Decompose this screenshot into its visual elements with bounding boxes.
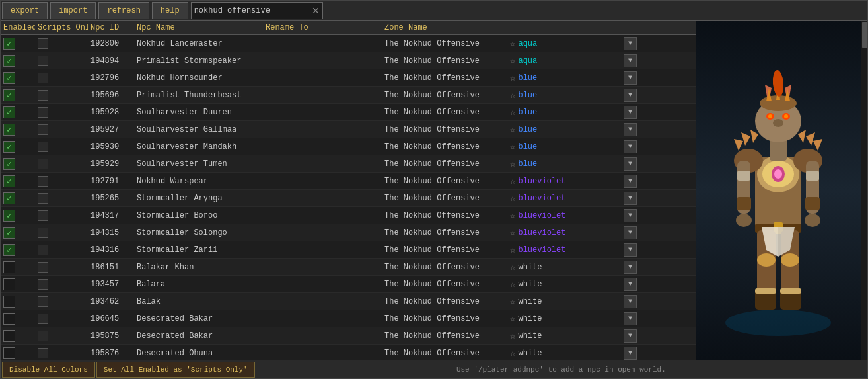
color-label: blue [518, 142, 621, 151]
enabled-checkbox[interactable] [3, 175, 15, 187]
scroll-thumb[interactable] [862, 22, 867, 48]
scripts-checkbox[interactable] [38, 176, 48, 187]
star-icon[interactable]: ☆ [510, 227, 515, 238]
color-dropdown[interactable]: ▼ [624, 329, 637, 343]
enabled-checkbox[interactable] [3, 72, 15, 84]
color-dropdown[interactable]: ▼ [624, 226, 637, 239]
scripts-checkbox[interactable] [38, 262, 48, 273]
scripts-checkbox[interactable] [38, 38, 48, 49]
search-input[interactable] [192, 5, 309, 17]
star-icon[interactable]: ☆ [510, 72, 515, 83]
star-icon[interactable]: ☆ [510, 261, 515, 273]
table-row: 195930 Soulharvester Mandakh The Nokhud … [1, 138, 696, 155]
enabled-checkbox[interactable] [3, 38, 15, 50]
enabled-checkbox[interactable] [3, 158, 15, 170]
cell-enabled [1, 313, 35, 325]
help-button[interactable]: help [152, 2, 188, 19]
cell-color: ☆ blue ▼ [507, 89, 639, 102]
scripts-checkbox[interactable] [38, 159, 48, 169]
color-dropdown[interactable]: ▼ [624, 209, 637, 222]
scripts-checkbox[interactable] [38, 124, 48, 135]
scripts-checkbox[interactable] [38, 107, 48, 118]
enabled-checkbox[interactable] [3, 261, 15, 273]
enabled-checkbox[interactable] [3, 124, 15, 136]
scripts-checkbox[interactable] [38, 90, 48, 101]
enabled-checkbox[interactable] [3, 296, 15, 308]
export-button[interactable]: export [2, 2, 48, 19]
refresh-button[interactable]: refresh [98, 2, 149, 19]
enabled-checkbox[interactable] [3, 244, 15, 256]
star-icon[interactable]: ☆ [510, 192, 515, 204]
cell-zonename: The Nokhud Offensive [382, 263, 507, 272]
scripts-checkbox[interactable] [38, 73, 48, 83]
svg-point-0 [725, 310, 831, 336]
scripts-checkbox[interactable] [38, 56, 48, 66]
scripts-checkbox[interactable] [38, 296, 48, 307]
color-dropdown[interactable]: ▼ [624, 312, 637, 325]
col-header-enabled: Enabled [1, 23, 35, 32]
star-icon[interactable]: ☆ [510, 106, 515, 118]
cell-npcid: 195928 [88, 108, 134, 117]
cell-scripts [35, 193, 88, 204]
cell-zonename: The Nokhud Offensive [382, 280, 507, 289]
enabled-checkbox[interactable] [3, 278, 15, 290]
star-icon[interactable]: ☆ [510, 89, 515, 101]
color-dropdown[interactable]: ▼ [624, 261, 637, 274]
star-icon[interactable]: ☆ [510, 347, 515, 358]
scripts-checkbox[interactable] [38, 245, 48, 255]
scripts-checkbox[interactable] [38, 142, 48, 152]
star-icon[interactable]: ☆ [510, 55, 515, 66]
star-icon[interactable]: ☆ [510, 210, 515, 221]
enabled-checkbox[interactable] [3, 89, 15, 101]
star-icon[interactable]: ☆ [510, 158, 515, 169]
color-dropdown[interactable]: ▼ [624, 140, 637, 153]
scripts-checkbox[interactable] [38, 348, 48, 358]
color-dropdown[interactable]: ▼ [624, 347, 637, 360]
enabled-checkbox[interactable] [3, 313, 15, 325]
enabled-checkbox[interactable] [3, 192, 15, 204]
star-icon[interactable]: ☆ [510, 244, 515, 255]
star-icon[interactable]: ☆ [510, 141, 515, 152]
scripts-checkbox[interactable] [38, 314, 48, 324]
col-header-npcid: Npc ID [88, 23, 134, 32]
color-dropdown[interactable]: ▼ [624, 192, 637, 205]
search-clear-button[interactable]: ✕ [309, 5, 322, 16]
scripts-checkbox[interactable] [38, 193, 48, 204]
color-dropdown[interactable]: ▼ [624, 278, 637, 291]
enabled-checkbox[interactable] [3, 210, 15, 222]
color-dropdown[interactable]: ▼ [624, 243, 637, 257]
star-icon[interactable]: ☆ [510, 313, 515, 324]
color-dropdown[interactable]: ▼ [624, 106, 637, 119]
import-button[interactable]: import [50, 2, 96, 19]
enabled-checkbox[interactable] [3, 227, 15, 239]
color-dropdown[interactable]: ▼ [624, 54, 637, 67]
enabled-checkbox[interactable] [3, 330, 15, 342]
color-dropdown[interactable]: ▼ [624, 175, 637, 188]
star-icon[interactable]: ☆ [510, 38, 515, 49]
scripts-checkbox[interactable] [38, 210, 48, 221]
scripts-checkbox[interactable] [38, 228, 48, 238]
enabled-checkbox[interactable] [3, 106, 15, 118]
set-scripts-only-button[interactable]: Set All Enabled as 'Scripts Only' [96, 362, 255, 378]
star-icon[interactable]: ☆ [510, 296, 515, 307]
star-icon[interactable]: ☆ [510, 124, 515, 135]
scripts-checkbox[interactable] [38, 279, 48, 290]
enabled-checkbox[interactable] [3, 347, 15, 359]
color-dropdown[interactable]: ▼ [624, 71, 637, 85]
star-icon[interactable]: ☆ [510, 330, 515, 341]
star-icon[interactable]: ☆ [510, 175, 515, 187]
enabled-checkbox[interactable] [3, 141, 15, 153]
star-icon[interactable]: ☆ [510, 278, 515, 290]
color-dropdown[interactable]: ▼ [624, 37, 637, 50]
scrollbar[interactable] [861, 21, 867, 360]
color-dropdown[interactable]: ▼ [624, 123, 637, 136]
scripts-checkbox[interactable] [38, 331, 48, 341]
color-dropdown[interactable]: ▼ [624, 295, 637, 308]
enabled-checkbox[interactable] [3, 55, 15, 67]
disable-all-colors-button[interactable]: Disable All Colors [2, 362, 95, 378]
color-dropdown[interactable]: ▼ [624, 89, 637, 102]
cell-npcid: 195927 [88, 125, 134, 134]
cell-npcname: Stormcaller Zarii [134, 245, 263, 255]
cell-scripts [35, 142, 88, 152]
color-dropdown[interactable]: ▼ [624, 157, 637, 171]
